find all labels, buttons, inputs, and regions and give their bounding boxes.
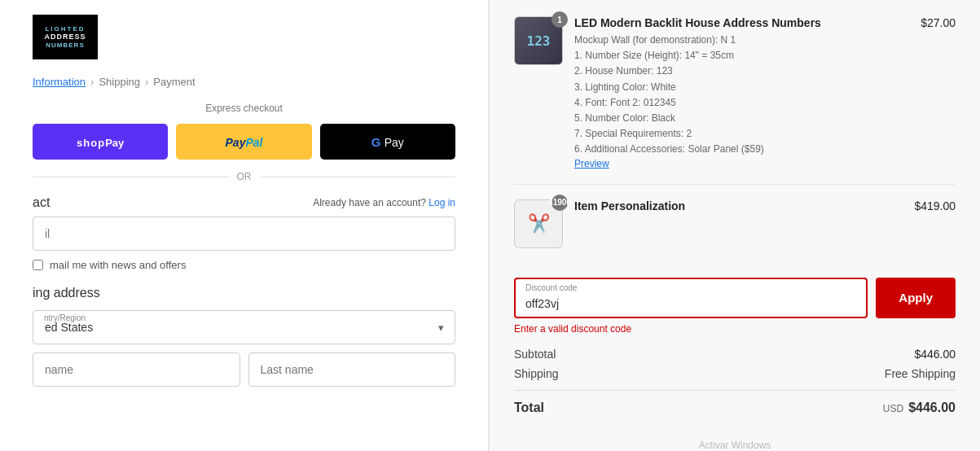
- email-field[interactable]: [33, 217, 455, 251]
- contact-title: act: [33, 195, 50, 210]
- country-label: ntry/Region: [44, 313, 86, 322]
- name-row: [33, 352, 455, 395]
- apply-button[interactable]: Apply: [876, 278, 956, 318]
- discount-row: Discount code Apply: [514, 278, 956, 318]
- shipping-value: Free Shipping: [885, 367, 956, 380]
- shop-pay-button[interactable]: shopPay: [33, 124, 168, 160]
- shop-pay-label: shopPay: [77, 135, 124, 149]
- total-label: Total: [514, 401, 544, 415]
- order-item-personalization: ✂️ 41900 Item Personalization $419.00: [514, 199, 956, 263]
- total-value-group: USD $446.00: [883, 401, 956, 415]
- subtotal-label: Subtotal: [514, 348, 556, 361]
- total-label-group: Total: [514, 401, 544, 415]
- item-price-1: $27.00: [921, 16, 956, 29]
- discount-label: Discount code: [525, 283, 577, 292]
- last-name-field[interactable]: [248, 352, 456, 387]
- discount-section: Discount code Apply Enter a valid discou…: [514, 278, 956, 335]
- item-details-1: LED Modern Backlit House Address Numbers…: [574, 16, 901, 169]
- paypal-button[interactable]: PayPal: [176, 124, 311, 160]
- shipping-label: Shipping: [514, 367, 559, 380]
- gpay-button[interactable]: G Pay: [320, 124, 455, 160]
- item-badge-1: 1: [552, 11, 568, 28]
- item-badge-2: 41900: [552, 195, 568, 211]
- item-image-wrapper-1: 1: [514, 16, 563, 65]
- right-panel: 1 LED Modern Backlit House Address Numbe…: [489, 0, 980, 451]
- item-details-2: Item Personalization: [574, 199, 894, 216]
- gpay-label: G Pay: [371, 135, 404, 149]
- watermark-line1: Activar Windows: [514, 440, 956, 451]
- country-select-wrapper: ntry/Region ed States ▾: [33, 310, 455, 344]
- paypal-label: PayPal: [226, 135, 263, 149]
- item-name-1: LED Modern Backlit House Address Numbers: [574, 16, 901, 29]
- item-props-1: Mockup Wall (for demonstration): N 1 1. …: [574, 33, 901, 158]
- first-name-field[interactable]: [33, 352, 240, 387]
- total-row: Total USD $446.00: [514, 390, 956, 415]
- email-news-checkbox[interactable]: [33, 260, 43, 270]
- logo-line1: LIGHTED: [45, 25, 85, 33]
- item-price-2: $419.00: [914, 199, 956, 212]
- breadcrumb-shipping: Shipping: [99, 76, 140, 88]
- or-divider: OR: [33, 171, 455, 182]
- left-panel: LIGHTED ADDRESS NUMBERS Information › Sh…: [0, 0, 489, 451]
- logo: LIGHTED ADDRESS NUMBERS: [33, 15, 98, 59]
- totals-section: Subtotal $446.00 Shipping Free Shipping …: [514, 348, 956, 415]
- express-checkout-label: Express checkout: [33, 103, 455, 114]
- preview-link[interactable]: Preview: [574, 158, 901, 169]
- logo-line3: NUMBERS: [46, 42, 84, 50]
- subtotal-value: $446.00: [914, 348, 956, 361]
- logo-area: LIGHTED ADDRESS NUMBERS: [33, 0, 455, 68]
- discount-error: Enter a valid discount code: [514, 323, 956, 335]
- discount-input-wrapper: Discount code: [514, 278, 868, 318]
- logo-line2: ADDRESS: [44, 33, 86, 42]
- total-value: $446.00: [908, 401, 956, 415]
- item-name-2: Item Personalization: [574, 199, 894, 212]
- breadcrumb-payment: Payment: [153, 76, 195, 88]
- breadcrumb-sep1: ›: [90, 76, 94, 88]
- item-image-wrapper-2: ✂️ 41900: [514, 199, 563, 248]
- email-news-label: mail me with news and offers: [50, 259, 186, 271]
- breadcrumb-information[interactable]: Information: [33, 76, 86, 88]
- email-news-row: mail me with news and offers: [33, 259, 455, 271]
- shipping-row: Shipping Free Shipping: [514, 367, 956, 380]
- watermark: Activar Windows Ve a Configuración para …: [514, 440, 956, 452]
- login-prompt: Already have an account? Log in: [313, 197, 455, 208]
- breadcrumb: Information › Shipping › Payment: [33, 76, 455, 88]
- total-currency: USD: [883, 403, 903, 414]
- express-buttons: shopPay PayPal G Pay: [33, 124, 455, 160]
- shipping-address-title: ing address: [33, 286, 455, 300]
- or-label: OR: [237, 171, 252, 182]
- order-item-house-numbers: 1 LED Modern Backlit House Address Numbe…: [514, 16, 956, 185]
- breadcrumb-sep2: ›: [145, 76, 148, 88]
- contact-header: act Already have an account? Log in: [33, 195, 455, 210]
- country-select[interactable]: ed States: [33, 310, 455, 344]
- subtotal-row: Subtotal $446.00: [514, 348, 956, 361]
- login-link[interactable]: Log in: [428, 197, 455, 208]
